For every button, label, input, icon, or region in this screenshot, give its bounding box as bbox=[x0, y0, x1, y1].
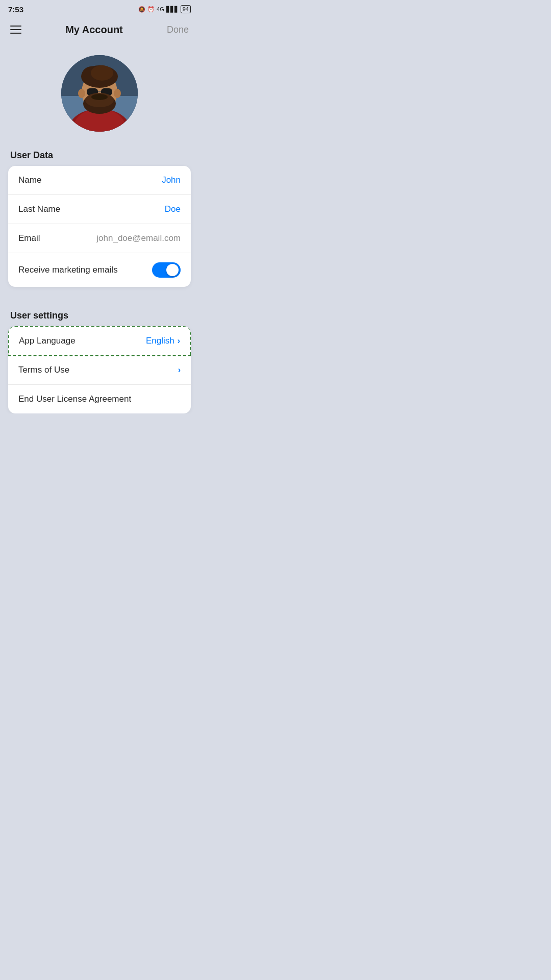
hamburger-line-1 bbox=[10, 26, 21, 27]
hamburger-line-2 bbox=[10, 29, 21, 30]
svg-point-8 bbox=[91, 65, 113, 81]
email-row[interactable]: Email john_doe@email.com bbox=[8, 224, 191, 253]
settings-card: App Language English › Terms of Use › En… bbox=[8, 326, 191, 413]
user-settings-label: User settings bbox=[0, 302, 199, 326]
last-name-value: Doe bbox=[165, 204, 181, 214]
name-row[interactable]: Name John bbox=[8, 166, 191, 195]
toggle-slider bbox=[152, 262, 181, 278]
eula-label: End User License Agreement bbox=[18, 394, 131, 404]
terms-of-use-row[interactable]: Terms of Use › bbox=[8, 356, 191, 385]
marketing-emails-row: Receive marketing emails bbox=[8, 253, 191, 287]
last-name-row[interactable]: Last Name Doe bbox=[8, 195, 191, 224]
terms-chevron-icon: › bbox=[178, 365, 181, 375]
marketing-emails-toggle[interactable] bbox=[152, 262, 181, 278]
app-language-row[interactable]: App Language English › bbox=[8, 326, 191, 356]
svg-point-16 bbox=[114, 89, 121, 98]
status-time: 7:53 bbox=[8, 5, 23, 14]
app-language-chevron-icon: › bbox=[178, 336, 180, 346]
email-value: john_doe@email.com bbox=[96, 233, 181, 243]
hamburger-line-3 bbox=[10, 33, 21, 34]
name-value: John bbox=[162, 175, 181, 185]
menu-button[interactable] bbox=[10, 26, 21, 34]
terms-of-use-label: Terms of Use bbox=[18, 365, 69, 375]
eula-row[interactable]: End User License Agreement bbox=[8, 385, 191, 413]
user-data-card: Name John Last Name Doe Email john_doe@e… bbox=[8, 166, 191, 287]
page-title: My Account bbox=[65, 24, 123, 36]
last-name-label: Last Name bbox=[18, 204, 60, 214]
app-language-label: App Language bbox=[19, 336, 76, 346]
signal-icon: ▋▋▋ bbox=[166, 6, 179, 13]
svg-point-14 bbox=[91, 94, 108, 100]
done-button[interactable]: Done bbox=[167, 24, 189, 35]
status-icons: 🔕 ⏰ 4G ▋▋▋ 94 bbox=[138, 5, 191, 13]
marketing-emails-label: Receive marketing emails bbox=[18, 265, 118, 275]
notification-icon: 🔕 bbox=[138, 6, 145, 13]
user-data-label: User Data bbox=[0, 142, 199, 166]
settings-section: User settings App Language English › Ter… bbox=[0, 302, 199, 413]
battery-indicator: 94 bbox=[181, 5, 191, 13]
app-language-value: English bbox=[146, 336, 174, 346]
alarm-icon: ⏰ bbox=[147, 6, 155, 13]
header: My Account Done bbox=[0, 16, 199, 43]
name-label: Name bbox=[18, 175, 41, 185]
email-label: Email bbox=[18, 233, 40, 243]
status-bar: 7:53 🔕 ⏰ 4G ▋▋▋ 94 bbox=[0, 0, 199, 16]
svg-point-15 bbox=[78, 89, 85, 98]
avatar-section bbox=[0, 43, 199, 142]
app-language-value-group: English › bbox=[146, 336, 180, 346]
network-icon: 4G bbox=[157, 6, 164, 12]
avatar[interactable] bbox=[61, 55, 138, 132]
